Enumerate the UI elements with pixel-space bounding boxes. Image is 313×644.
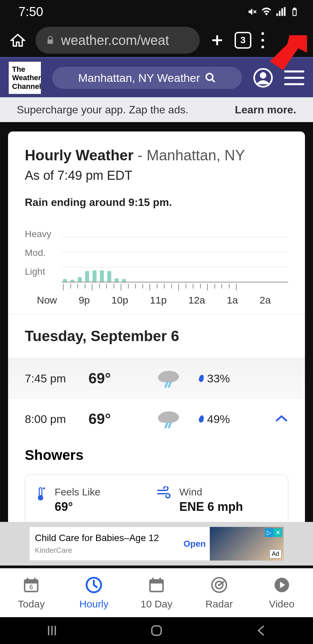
home-nav-icon[interactable]	[149, 623, 164, 638]
tabs-button[interactable]: 3	[235, 32, 251, 49]
page-title: Hourly Weather - Manhattan, NY	[25, 147, 288, 164]
home-icon[interactable]	[10, 33, 25, 48]
status-icons	[247, 7, 300, 17]
lock-icon	[46, 36, 55, 45]
back-nav-icon[interactable]	[254, 624, 268, 637]
search-location-label: Manhattan, NY Weather	[78, 71, 200, 85]
chart-x-label: 2a	[260, 294, 271, 306]
hour-precip: 49%	[199, 413, 253, 426]
location-search[interactable]: Manhattan, NY Weather	[52, 67, 242, 89]
rain-ending-note: Rain ending around 9:15 pm.	[25, 196, 288, 209]
wind-value: ENE 6 mph	[179, 500, 243, 514]
raindrop-icon	[198, 374, 204, 383]
feels-like-value: 69°	[55, 500, 101, 514]
hour-temp: 69°	[88, 411, 139, 427]
promo-cta: Learn more.	[235, 104, 296, 116]
hourly-card: Hourly Weather - Manhattan, NY As of 7:4…	[8, 131, 305, 526]
svg-point-19	[218, 584, 221, 586]
raindrop-icon	[198, 415, 204, 423]
hourly-row[interactable]: 7:45 pm 69° 33%	[8, 358, 305, 399]
signal-icon	[275, 7, 286, 17]
svg-rect-16	[150, 580, 163, 583]
status-time: 7:50	[18, 5, 43, 19]
rain-icon	[139, 408, 199, 430]
weather-channel-logo[interactable]: TheWeatherChannel	[9, 62, 41, 94]
site-header: TheWeatherChannel Manhattan, NY Weather	[0, 57, 313, 97]
url-bar[interactable]: weather.com/weat	[36, 27, 200, 54]
tab-radar[interactable]: Radar	[188, 569, 250, 617]
chart-y-label: Heavy	[25, 225, 62, 244]
new-tab-icon[interactable]	[210, 33, 225, 48]
svg-point-9	[38, 495, 43, 500]
svg-point-7	[158, 414, 170, 423]
ad-close-icon[interactable]: ▷✕	[265, 528, 282, 537]
browser-toolbar: weather.com/weat 3	[0, 23, 313, 57]
promo-text: Supercharge your app. Zap the ads.	[17, 104, 188, 116]
ad-banner[interactable]: Child Care for Babies–Age 12 KinderCare …	[29, 527, 284, 561]
chart-y-label: Light	[25, 262, 62, 281]
ad-badge: Ad	[269, 549, 281, 558]
tab-video[interactable]: Video	[250, 569, 313, 617]
precip-chart: Heavy Mod. Light Now 9p 10p 11p 12a 1a 2	[8, 218, 305, 314]
date-header: Tuesday, September 6	[8, 314, 305, 358]
hamburger-menu-icon[interactable]	[284, 70, 304, 85]
url-text: weather.com/weat	[61, 33, 169, 48]
svg-point-3	[260, 72, 266, 78]
hour-precip: 33%	[199, 372, 253, 385]
ad-brand: KinderCare	[35, 546, 178, 555]
as-of-text: As of 7:49 pm EDT	[25, 168, 288, 183]
chart-x-label: 9p	[79, 294, 90, 306]
ad-image: ▷✕ Ad	[210, 527, 284, 560]
ad-headline: Child Care for Babies–Age 12	[35, 533, 178, 543]
chart-x-label: 10p	[112, 294, 128, 306]
condition-name: Showers	[8, 439, 305, 471]
wifi-icon	[261, 7, 271, 17]
svg-rect-21	[152, 626, 161, 635]
wind-label: Wind	[179, 486, 243, 498]
chart-x-label: Now	[37, 294, 57, 306]
android-nav-bar	[0, 617, 313, 644]
mute-icon	[247, 7, 257, 17]
wind-icon	[156, 486, 171, 498]
svg-text:6: 6	[29, 583, 33, 591]
hour-time: 8:00 pm	[25, 413, 88, 426]
hour-temp: 69°	[88, 370, 139, 387]
tab-10day[interactable]: 10 Day	[125, 569, 188, 617]
recents-icon[interactable]	[45, 624, 59, 637]
ad-container: Child Care for Babies–Age 12 KinderCare …	[0, 522, 313, 566]
hour-time: 7:45 pm	[25, 372, 88, 385]
chart-x-label: 12a	[188, 294, 205, 306]
svg-point-5	[158, 373, 170, 382]
svg-point-1	[206, 73, 213, 80]
battery-icon	[290, 7, 300, 17]
promo-banner[interactable]: Supercharge your app. Zap the ads. Learn…	[0, 97, 313, 122]
browser-menu-icon[interactable]	[261, 32, 264, 48]
chevron-up-icon[interactable]	[275, 413, 288, 426]
chart-x-label: 11p	[150, 294, 167, 306]
chart-y-label: Mod.	[25, 244, 62, 262]
hourly-row[interactable]: 8:00 pm 69° 49%	[8, 399, 305, 439]
ad-cta[interactable]: Open	[184, 539, 206, 549]
tab-hourly[interactable]: Hourly	[63, 569, 125, 617]
rain-icon	[139, 368, 199, 389]
android-status-bar: 7:50	[0, 0, 313, 23]
user-account-icon[interactable]	[253, 68, 273, 88]
bottom-tab-bar: 6 Today Hourly 10 Day Radar Video	[0, 568, 313, 617]
tab-today[interactable]: 6 Today	[0, 569, 63, 617]
thermometer-icon	[35, 486, 47, 501]
hour-details: Feels Like 69° Wind ENE 6 mph	[25, 475, 288, 526]
chart-x-label: 1a	[227, 294, 238, 306]
feels-like-label: Feels Like	[55, 486, 101, 498]
svg-point-10	[43, 487, 45, 489]
search-icon	[205, 72, 216, 84]
